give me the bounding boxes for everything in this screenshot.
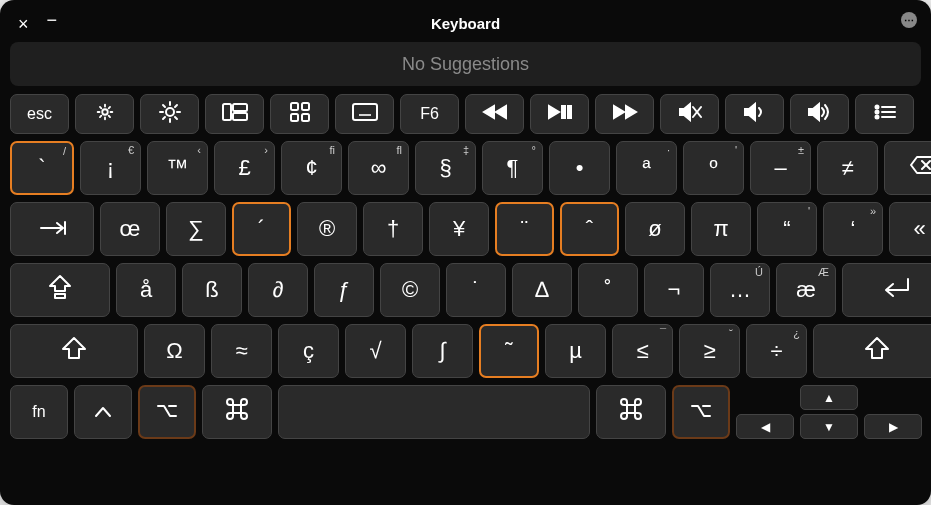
- key-shift-left[interactable]: [10, 324, 138, 378]
- key-fn[interactable]: fn: [10, 385, 68, 439]
- svg-rect-25: [353, 104, 377, 120]
- more-icon[interactable]: ⋯: [901, 12, 917, 28]
- key-label: π: [713, 216, 728, 242]
- key-shift-right[interactable]: [813, 324, 931, 378]
- key-a-ring[interactable]: å: [116, 263, 176, 317]
- key-open-dquote[interactable]: “': [757, 202, 817, 256]
- key-delete[interactable]: [884, 141, 931, 195]
- key-tab[interactable]: [10, 202, 94, 256]
- key-tilde[interactable]: ˜: [479, 324, 539, 378]
- svg-marker-43: [809, 104, 819, 120]
- key-en-dash[interactable]: –±: [750, 141, 811, 195]
- key-brightness-up[interactable]: [140, 94, 199, 134]
- key-space[interactable]: [278, 385, 590, 439]
- arrow-pad: ▲◀▼▶: [736, 385, 922, 439]
- key-option-right[interactable]: [672, 385, 730, 439]
- key-launchpad[interactable]: [270, 94, 329, 134]
- svg-rect-21: [291, 103, 298, 110]
- key-mute[interactable]: [660, 94, 719, 134]
- key-yen[interactable]: ¥: [429, 202, 489, 256]
- key-label: fn: [32, 403, 45, 421]
- key-guillemet-left[interactable]: «: [889, 202, 931, 256]
- key-caps-lock[interactable]: [10, 263, 110, 317]
- key-integral[interactable]: ∫: [412, 324, 473, 378]
- key-return[interactable]: [842, 263, 931, 317]
- key-ae[interactable]: æÆ: [776, 263, 836, 317]
- key-list[interactable]: [855, 94, 914, 134]
- key-not-sign[interactable]: ¬: [644, 263, 704, 317]
- key-cent[interactable]: ¢fi: [281, 141, 342, 195]
- key-rewind[interactable]: [465, 94, 524, 134]
- key-pilcrow[interactable]: ¶°: [482, 141, 543, 195]
- key-a-super[interactable]: ª·: [616, 141, 677, 195]
- key-pi[interactable]: π: [691, 202, 751, 256]
- key-mu[interactable]: µ: [545, 324, 606, 378]
- key-diaeresis[interactable]: ¨: [495, 202, 554, 256]
- key-esc[interactable]: esc: [10, 94, 69, 134]
- key-command-left[interactable]: [202, 385, 272, 439]
- key-tm[interactable]: ™‹: [147, 141, 208, 195]
- key-volume-down[interactable]: [725, 94, 784, 134]
- key-not-equal[interactable]: ≠: [817, 141, 878, 195]
- key-circumflex[interactable]: ˆ: [560, 202, 619, 256]
- key-close-squote[interactable]: ‘»: [823, 202, 883, 256]
- key-backtick[interactable]: `/: [10, 141, 74, 195]
- key-greater-equal[interactable]: ≥˘: [679, 324, 740, 378]
- key-bullet[interactable]: •: [549, 141, 610, 195]
- svg-rect-36: [568, 106, 571, 118]
- svg-point-9: [166, 108, 174, 116]
- key-approx[interactable]: ≈: [211, 324, 272, 378]
- key-play-pause[interactable]: [530, 94, 589, 134]
- key-mission-control[interactable]: [205, 94, 264, 134]
- key-divide[interactable]: ÷¿: [746, 324, 807, 378]
- key-copyright[interactable]: ©: [380, 263, 440, 317]
- key-acute[interactable]: ´: [232, 202, 291, 256]
- number-row: `/¡€™‹£›¢fi∞fl§‡¶°•ª·º'–±≠: [8, 141, 923, 195]
- key-label: ≥: [703, 338, 715, 364]
- svg-line-14: [163, 105, 165, 107]
- key-less-equal[interactable]: ≤¯: [612, 324, 673, 378]
- key-florin[interactable]: ƒ: [314, 263, 374, 317]
- key-registered[interactable]: ®: [297, 202, 357, 256]
- mute-icon: [678, 102, 702, 126]
- key-command-right[interactable]: [596, 385, 666, 439]
- key-label: ∆: [535, 277, 548, 303]
- arrow-up[interactable]: ▲: [800, 385, 858, 410]
- key-i-excl[interactable]: ¡€: [80, 141, 141, 195]
- arrow-left[interactable]: ◀: [736, 414, 794, 439]
- key-keyboard-toggle[interactable]: [335, 94, 394, 134]
- key-label: ∂: [273, 277, 284, 303]
- key-o-super[interactable]: º': [683, 141, 744, 195]
- key-delta[interactable]: ∆: [512, 263, 572, 317]
- key-section[interactable]: §‡: [415, 141, 476, 195]
- arrow-down[interactable]: ▼: [800, 414, 858, 439]
- key-label: †: [387, 216, 399, 242]
- key-f6[interactable]: F6: [400, 94, 459, 134]
- key-infinity[interactable]: ∞fl: [348, 141, 409, 195]
- close-icon[interactable]: ×: [14, 12, 33, 37]
- key-dagger[interactable]: †: [363, 202, 423, 256]
- key-oe[interactable]: œ: [100, 202, 160, 256]
- key-option-left[interactable]: [138, 385, 196, 439]
- key-ring[interactable]: ˚: [578, 263, 638, 317]
- play-pause-icon: [547, 103, 573, 125]
- arrow-right[interactable]: ▶: [864, 414, 922, 439]
- key-partial[interactable]: ∂: [248, 263, 308, 317]
- key-cedilla[interactable]: ç: [278, 324, 339, 378]
- key-pound[interactable]: £›: [214, 141, 275, 195]
- key-eszett[interactable]: ß: [182, 263, 242, 317]
- minimize-icon[interactable]: −: [43, 8, 62, 33]
- key-sigma-sum[interactable]: ∑: [166, 202, 226, 256]
- key-control[interactable]: [74, 385, 132, 439]
- key-dot-above[interactable]: ˙: [446, 263, 506, 317]
- key-ellipsis[interactable]: …Ú: [710, 263, 770, 317]
- key-label: ≈: [235, 338, 247, 364]
- key-volume-up[interactable]: [790, 94, 849, 134]
- list-icon: [874, 104, 896, 124]
- key-sqrt[interactable]: √: [345, 324, 406, 378]
- key-label: ˚: [604, 277, 611, 303]
- key-brightness-down[interactable]: [75, 94, 134, 134]
- key-fast-forward[interactable]: [595, 94, 654, 134]
- key-o-slash[interactable]: ø: [625, 202, 685, 256]
- key-omega[interactable]: Ω: [144, 324, 205, 378]
